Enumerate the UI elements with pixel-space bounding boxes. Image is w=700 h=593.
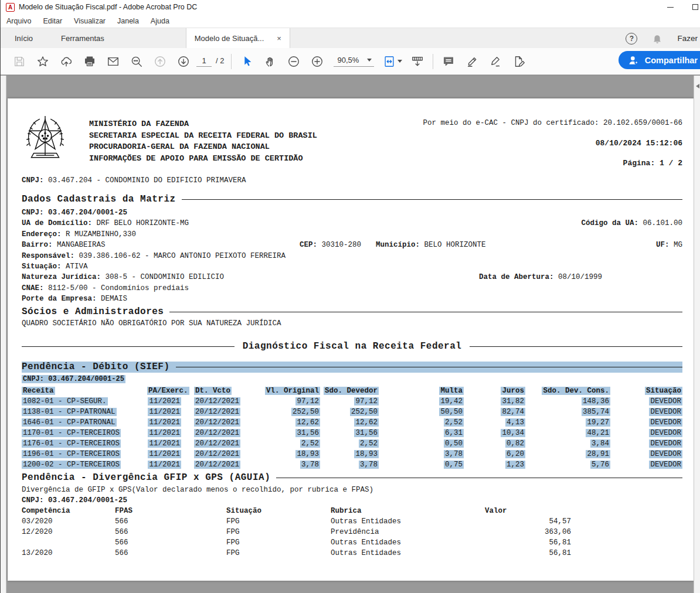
table-cell: 48,21: [525, 428, 610, 438]
table-row: 1196-01 - CP-TERCEIROS11/202120/12/20211…: [22, 449, 682, 459]
acrobat-app-icon: A: [6, 3, 15, 12]
field-responsavel: Responsável: 039.386.106-62 - MARCO ANTO…: [22, 251, 682, 261]
table-cell: 13/2020: [22, 548, 115, 558]
table-cell: 97,12: [253, 396, 320, 407]
table-cell: 566: [115, 548, 226, 558]
table-cell: 31,82: [464, 396, 525, 407]
table-cell: 20/12/2021: [181, 449, 253, 459]
table-cell: FPG: [226, 537, 331, 548]
cloud-upload-icon[interactable]: [55, 51, 78, 72]
section-socios: Sócios e Administradores: [22, 306, 682, 317]
select-tool-icon[interactable]: [235, 51, 259, 72]
table-cell: 54,57: [485, 516, 571, 527]
menu-visualizar[interactable]: Visualizar: [74, 17, 106, 25]
tab-ferramentas[interactable]: Ferramentas: [47, 28, 118, 48]
table-header-cell: Sdo. Dev. Cons.: [525, 386, 610, 396]
table-cell: Outras Entidades: [331, 548, 485, 558]
next-page-icon[interactable]: [172, 51, 195, 72]
tab-inicio[interactable]: Início: [1, 28, 47, 48]
table-cell: 12,62: [320, 417, 379, 428]
company-cnpj-line: CNPJ: 03.467.204 - CONDOMINIO DO EDIFICI…: [22, 176, 682, 185]
notification-bell-icon[interactable]: [651, 33, 663, 45]
menu-arquivo[interactable]: Arquivo: [6, 17, 31, 25]
socios-note: QUADRO SOCIETÁRIO NÃO OBRIGATÓRIO POR SU…: [22, 318, 682, 329]
zoom-out-icon[interactable]: [282, 51, 305, 72]
table-cell: 1,23: [464, 459, 525, 470]
comment-icon[interactable]: [437, 51, 460, 72]
table-cell: 566: [115, 527, 226, 537]
maximize-button[interactable]: [680, 0, 700, 14]
field-endereco: Endereço: R MUZAMBINHO,330: [22, 229, 682, 240]
table-cell: 11/2021: [147, 396, 181, 407]
table-header-cell: Competência: [22, 506, 115, 516]
table-cell: 19,42: [379, 396, 464, 407]
table-header-cell: Receita: [22, 386, 147, 396]
highlighter-icon[interactable]: [460, 51, 484, 72]
tab-document[interactable]: Modelo de Situaçã... ×: [186, 28, 290, 48]
gfip-table: 03/2020566FPGOutras Entidades54,5712/202…: [22, 516, 682, 558]
fit-width-icon[interactable]: [379, 51, 406, 72]
table-row: 1170-01 - CP-TERCEIROS11/202120/12/20213…: [22, 428, 682, 438]
table-cell: 50,50: [379, 407, 464, 417]
table-cell: 0,82: [464, 438, 525, 449]
table-header-cell: Multa: [379, 386, 464, 396]
table-cell: 3,78: [253, 459, 320, 470]
table-cell: 11/2021: [147, 438, 181, 449]
table-cell: 11/2021: [147, 449, 181, 459]
table-header-cell: Juros: [464, 386, 525, 396]
main-toolbar: 1 / 2 90,5%: [1, 48, 700, 75]
send-for-signature-icon[interactable]: [507, 51, 531, 72]
star-icon[interactable]: [31, 51, 55, 72]
search-icon[interactable]: [125, 51, 148, 72]
menu-ajuda[interactable]: Ajuda: [151, 17, 169, 25]
table-cell: 1176-01 - CP-TERCEIROS: [22, 438, 147, 449]
minimize-button[interactable]: [660, 0, 680, 14]
table-cell: DEVEDOR: [610, 449, 682, 459]
table-cell: 3,78: [320, 459, 379, 470]
table-cell: DEVEDOR: [610, 396, 682, 407]
table-cell: 0,75: [379, 459, 464, 470]
tab-close-icon[interactable]: ×: [277, 34, 281, 43]
fill-sign-icon[interactable]: [484, 51, 507, 72]
menu-editar[interactable]: Editar: [43, 17, 62, 25]
menu-janela[interactable]: Janela: [117, 17, 139, 25]
table-cell: [22, 537, 115, 548]
table-cell: FPG: [226, 548, 331, 558]
page-display-mode-icon[interactable]: [406, 51, 429, 72]
zoom-level-select[interactable]: 90,5%: [334, 56, 374, 67]
table-header-cell: Dt. Vcto: [181, 386, 253, 396]
sign-in-label[interactable]: Fazer: [677, 34, 698, 43]
table-row: 1082-01 - CP-SEGUR.11/202120/12/202197,1…: [22, 396, 682, 407]
zoom-in-icon[interactable]: [305, 51, 329, 72]
table-cell: Outras Entidades: [331, 516, 485, 527]
table-cell: 20/12/2021: [181, 459, 253, 470]
save-icon[interactable]: [8, 51, 31, 72]
table-cell: 20/12/2021: [181, 428, 253, 438]
right-panel-toggle[interactable]: [696, 84, 699, 88]
help-icon[interactable]: ?: [626, 33, 637, 45]
table-cell: 1170-01 - CP-TERCEIROS: [22, 428, 147, 438]
table-cell: 0,50: [379, 438, 464, 449]
tab-document-label: Modelo de Situaçã...: [195, 34, 264, 43]
table-cell: 18,93: [253, 449, 320, 459]
previous-page-icon[interactable]: [148, 51, 172, 72]
acrobat-window: A Modelo de Situação Fiscal.pdf - Adobe …: [0, 0, 700, 593]
page-total-label: / 2: [216, 56, 224, 65]
pdf-page: MINISTÉRIO DA FAZENDA SECRETARIA ESPECIA…: [8, 98, 694, 581]
table-cell: 3,78: [379, 449, 464, 459]
field-porte: Porte da Empresa: DEMAIS: [22, 294, 682, 304]
add-person-icon: [628, 54, 640, 66]
email-icon[interactable]: [101, 51, 125, 72]
table-cell: 6,31: [379, 428, 464, 438]
table-cell: 2,52: [253, 438, 320, 449]
hand-tool-icon[interactable]: [259, 51, 282, 72]
page-number-input[interactable]: 1: [196, 56, 212, 67]
print-icon[interactable]: [78, 51, 101, 72]
share-button[interactable]: Compartilhar: [619, 51, 700, 69]
brazil-coat-of-arms: [23, 114, 67, 165]
table-cell: 1196-01 - CP-TERCEIROS: [22, 449, 147, 459]
table-cell: 566: [115, 516, 226, 527]
table-cell: 18,93: [320, 449, 379, 459]
table-cell: 28,91: [525, 449, 610, 459]
tab-bar: Início Ferramentas Modelo de Situaçã... …: [1, 28, 700, 48]
